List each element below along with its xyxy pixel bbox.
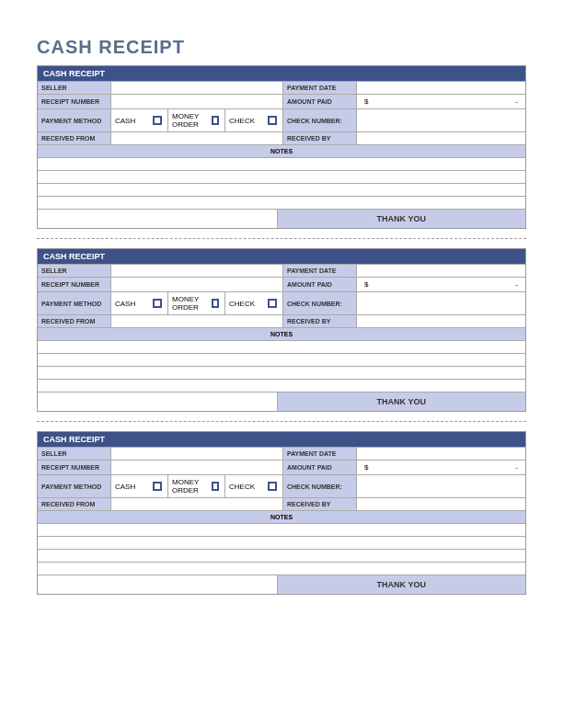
receipt-number-label: RECEIPT NUMBER <box>38 95 111 108</box>
received-by-value[interactable] <box>357 498 525 510</box>
payment-date-label: PAYMENT DATE <box>283 265 357 277</box>
payment-method-label: PAYMENT METHOD <box>38 109 111 131</box>
amount-dash: - <box>515 463 518 472</box>
receipt-header: CASH RECEIPT <box>38 66 525 81</box>
payment-date-label: PAYMENT DATE <box>283 82 357 94</box>
check-number-value[interactable] <box>357 109 525 131</box>
cash-checkbox[interactable] <box>153 116 162 125</box>
divider <box>37 421 526 422</box>
thank-you: THANK YOU <box>278 575 526 594</box>
currency-symbol: $ <box>364 280 368 289</box>
notes-lines[interactable] <box>38 157 525 209</box>
payment-method-label: PAYMENT METHOD <box>38 475 111 497</box>
check-label: CHECK <box>229 117 255 125</box>
check-number-label: CHECK NUMBER: <box>283 475 357 497</box>
bottom-left-cell <box>38 210 278 228</box>
received-from-value[interactable] <box>111 498 283 510</box>
check-number-label: CHECK NUMBER: <box>283 292 357 314</box>
cash-cell: CASH <box>111 475 168 497</box>
seller-label: SELLER <box>38 82 111 94</box>
notes-lines[interactable] <box>38 340 525 392</box>
check-label: CHECK <box>229 483 255 491</box>
receipt-block: CASH RECEIPT SELLER PAYMENT DATE RECEIPT… <box>37 248 526 412</box>
received-by-label: RECEIVED BY <box>283 315 357 327</box>
cash-cell: CASH <box>111 109 168 131</box>
currency-symbol: $ <box>364 463 368 472</box>
check-checkbox[interactable] <box>268 482 277 491</box>
received-by-value[interactable] <box>357 315 525 327</box>
cash-label: CASH <box>115 117 135 125</box>
notes-label: NOTES <box>38 144 525 157</box>
receipt-header: CASH RECEIPT <box>38 432 525 447</box>
money-order-label: MONEY ORDER <box>172 112 212 129</box>
notes-label: NOTES <box>38 510 525 523</box>
amount-paid-label: AMOUNT PAID <box>283 278 357 291</box>
money-order-checkbox[interactable] <box>212 482 219 491</box>
money-order-label: MONEY ORDER <box>172 295 212 312</box>
check-cell: CHECK <box>225 292 283 314</box>
seller-value[interactable] <box>111 82 283 94</box>
seller-value[interactable] <box>111 265 283 277</box>
notes-lines[interactable] <box>38 523 525 574</box>
money-order-cell: MONEY ORDER <box>168 109 225 131</box>
receipt-number-value[interactable] <box>111 95 283 108</box>
amount-paid-value[interactable]: $- <box>357 461 525 474</box>
received-from-value[interactable] <box>111 132 283 144</box>
check-cell: CHECK <box>225 109 283 131</box>
bottom-left-cell <box>38 392 278 411</box>
received-by-label: RECEIVED BY <box>283 132 357 144</box>
check-number-label: CHECK NUMBER: <box>283 109 357 131</box>
amount-dash: - <box>515 280 518 289</box>
seller-value[interactable] <box>111 448 283 460</box>
received-from-label: RECEIVED FROM <box>38 498 111 510</box>
cash-checkbox[interactable] <box>153 299 162 308</box>
seller-label: SELLER <box>38 448 111 460</box>
cash-label: CASH <box>115 483 135 491</box>
receipt-block: CASH RECEIPT SELLER PAYMENT DATE RECEIPT… <box>37 65 526 229</box>
thank-you: THANK YOU <box>278 210 526 228</box>
check-label: CHECK <box>229 300 255 308</box>
receipt-number-label: RECEIPT NUMBER <box>38 278 111 291</box>
notes-label: NOTES <box>38 327 525 340</box>
payment-date-value[interactable] <box>357 265 525 277</box>
receipt-number-value[interactable] <box>111 278 283 291</box>
money-order-cell: MONEY ORDER <box>168 292 225 314</box>
currency-symbol: $ <box>364 97 368 106</box>
received-by-label: RECEIVED BY <box>283 498 357 510</box>
money-order-checkbox[interactable] <box>212 299 219 308</box>
thank-you: THANK YOU <box>278 392 526 411</box>
amount-paid-label: AMOUNT PAID <box>283 95 357 108</box>
amount-paid-label: AMOUNT PAID <box>283 461 357 474</box>
check-checkbox[interactable] <box>268 299 277 308</box>
cash-cell: CASH <box>111 292 168 314</box>
amount-dash: - <box>515 97 518 106</box>
received-from-label: RECEIVED FROM <box>38 132 111 144</box>
page-title: CASH RECEIPT <box>37 37 526 58</box>
amount-paid-value[interactable]: $- <box>357 278 525 291</box>
seller-label: SELLER <box>38 265 111 277</box>
money-order-label: MONEY ORDER <box>172 478 212 495</box>
check-number-value[interactable] <box>357 292 525 314</box>
received-from-value[interactable] <box>111 315 283 327</box>
payment-method-label: PAYMENT METHOD <box>38 292 111 314</box>
check-checkbox[interactable] <box>268 116 277 125</box>
received-by-value[interactable] <box>357 132 525 144</box>
cash-checkbox[interactable] <box>153 482 162 491</box>
receipt-header: CASH RECEIPT <box>38 249 525 264</box>
check-number-value[interactable] <box>357 475 525 497</box>
receipt-block: CASH RECEIPT SELLER PAYMENT DATE RECEIPT… <box>37 431 526 595</box>
received-from-label: RECEIVED FROM <box>38 315 111 327</box>
money-order-checkbox[interactable] <box>212 116 219 125</box>
receipt-number-label: RECEIPT NUMBER <box>38 461 111 474</box>
payment-date-value[interactable] <box>357 448 525 460</box>
amount-paid-value[interactable]: $- <box>357 95 525 108</box>
divider <box>37 238 526 239</box>
money-order-cell: MONEY ORDER <box>168 475 225 497</box>
payment-date-label: PAYMENT DATE <box>283 448 357 460</box>
payment-date-value[interactable] <box>357 82 525 94</box>
check-cell: CHECK <box>225 475 283 497</box>
receipt-number-value[interactable] <box>111 461 283 474</box>
bottom-left-cell <box>38 575 278 594</box>
cash-label: CASH <box>115 300 135 308</box>
